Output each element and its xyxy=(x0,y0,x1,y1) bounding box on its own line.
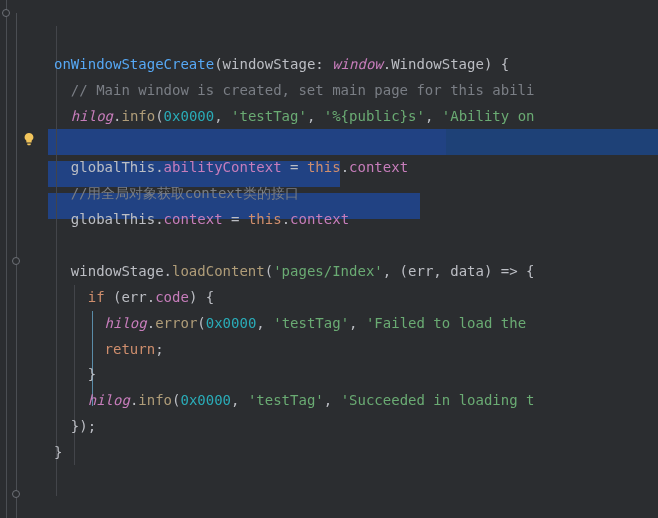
token-punct: , xyxy=(214,108,231,124)
token-method: loadContent xyxy=(172,263,265,279)
token-property: context xyxy=(290,211,349,227)
token-number: 0x0000 xyxy=(206,315,257,331)
token-punct: ) { xyxy=(189,289,214,305)
code-area[interactable]: onWindowStageCreate(windowStage: window.… xyxy=(48,0,658,518)
token-punct: ( xyxy=(265,263,273,279)
token-punct: , ( xyxy=(383,263,408,279)
token-punct: . xyxy=(341,159,349,175)
code-editor[interactable]: onWindowStageCreate(windowStage: window.… xyxy=(0,0,658,518)
token-namespace: window xyxy=(332,56,383,72)
token-keyword: return xyxy=(105,341,156,357)
token-punct: ) { xyxy=(484,56,509,72)
token-punct: ( xyxy=(105,289,122,305)
token-ident: hilog xyxy=(88,392,130,408)
token-punct: . xyxy=(282,211,290,227)
intention-bulb-icon[interactable] xyxy=(22,132,36,146)
token-this: this xyxy=(248,211,282,227)
token-punct: , xyxy=(307,108,324,124)
token-punct: } xyxy=(88,366,96,382)
token-punct: . xyxy=(383,56,391,72)
token-punct: ( xyxy=(197,315,205,331)
token-ident: windowStage xyxy=(71,263,164,279)
token-property: context xyxy=(349,159,408,175)
token-ident: globalThis xyxy=(71,211,155,227)
token-string: 'testTag' xyxy=(248,392,324,408)
token-ident: err xyxy=(121,289,146,305)
token-punct: , xyxy=(256,315,273,331)
token-punct: . xyxy=(155,211,163,227)
token-punct: : xyxy=(315,56,332,72)
token-type: WindowStage xyxy=(391,56,484,72)
token-param: err xyxy=(408,263,433,279)
token-ident: hilog xyxy=(71,108,113,124)
token-function: onWindowStageCreate xyxy=(54,56,214,72)
token-punct: ( xyxy=(155,108,163,124)
token-string: 'testTag' xyxy=(231,108,307,124)
token-operator: = xyxy=(223,211,248,227)
token-property: abilityContext xyxy=(164,159,282,175)
token-operator: = xyxy=(282,159,307,175)
token-comment: //用全局对象获取context类的接口 xyxy=(71,185,299,201)
token-property: context xyxy=(164,211,223,227)
token-punct: . xyxy=(164,263,172,279)
token-keyword: if xyxy=(88,289,105,305)
token-param: windowStage xyxy=(223,56,316,72)
token-punct: , xyxy=(349,315,366,331)
token-punct: . xyxy=(147,315,155,331)
token-param: data xyxy=(450,263,484,279)
token-punct: ; xyxy=(155,341,163,357)
gutter xyxy=(0,0,48,518)
token-punct: , xyxy=(425,108,442,124)
token-punct: . xyxy=(147,289,155,305)
token-ident: hilog xyxy=(105,315,147,331)
token-punct: . xyxy=(155,159,163,175)
token-punct: ) => { xyxy=(484,263,535,279)
token-punct: ( xyxy=(214,56,222,72)
token-string: 'Failed to load the xyxy=(366,315,535,331)
token-comment: // Main window is created, set main page… xyxy=(71,82,535,98)
token-punct: , xyxy=(324,392,341,408)
token-punct: , xyxy=(433,263,450,279)
token-string: 'testTag' xyxy=(273,315,349,331)
token-method: error xyxy=(155,315,197,331)
token-method: info xyxy=(138,392,172,408)
token-number: 0x0000 xyxy=(180,392,231,408)
token-punct: } xyxy=(54,444,62,460)
token-ident: globalThis xyxy=(71,159,155,175)
token-punct: , xyxy=(231,392,248,408)
token-string: '%{public}s' xyxy=(324,108,425,124)
token-string: 'Succeeded in loading t xyxy=(341,392,535,408)
token-punct: }); xyxy=(71,418,96,434)
token-this: this xyxy=(307,159,341,175)
token-number: 0x0000 xyxy=(164,108,215,124)
token-string: 'pages/Index' xyxy=(273,263,383,279)
token-string: 'Ability on xyxy=(442,108,535,124)
token-property: code xyxy=(155,289,189,305)
token-method: info xyxy=(121,108,155,124)
